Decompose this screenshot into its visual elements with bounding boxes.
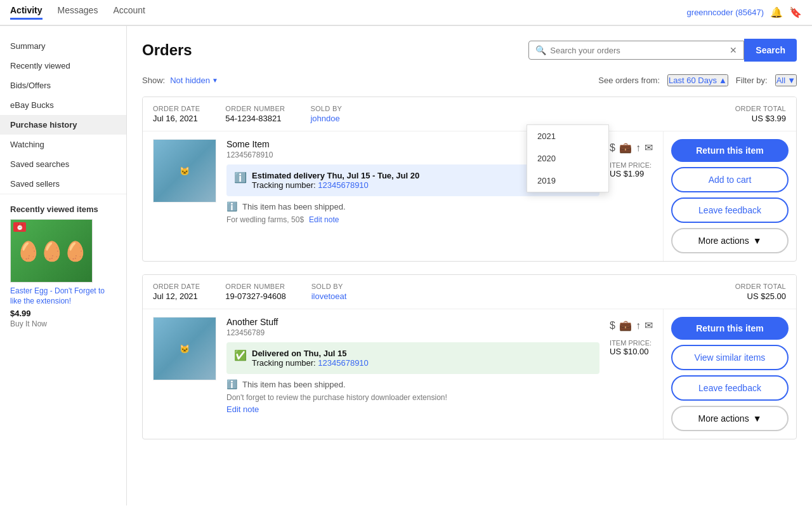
clock-icon: ⏰: [16, 224, 23, 231]
info-icon-2: ℹ️: [226, 379, 237, 389]
search-button[interactable]: Search: [744, 39, 797, 62]
add-to-cart-button-1[interactable]: Add to cart: [671, 167, 789, 192]
cat-visual-2: 🐱: [154, 318, 216, 380]
actions-panel-2: Return this item View similar items Leav…: [663, 309, 796, 439]
order-body-2: 🐱 Another Stuff 123456789 ✅ Delivered on…: [143, 309, 796, 439]
order-total-value-1: US $3.99: [752, 114, 786, 123]
nav-links: Activity Messages Account: [10, 5, 145, 20]
more-actions-button-1[interactable]: More actions ▼: [671, 228, 789, 253]
order-total-value-2: US $25.00: [747, 291, 786, 301]
tracking-link-1[interactable]: 12345678910: [318, 180, 369, 190]
order-total-label-1: ORDER TOTAL: [735, 105, 786, 112]
order-meta-2: ORDER DATE Jul 12, 2021 ORDER NUMBER 19-…: [143, 275, 796, 309]
more-actions-button-2[interactable]: More actions ▼: [671, 406, 789, 431]
show-filter-arrow: ▼: [212, 77, 218, 84]
filters-row: Show: Not hidden ▼ See orders from: Last…: [142, 74, 797, 86]
rv-item-price: $4.99: [10, 309, 116, 318]
recently-viewed-title: Recently viewed items: [10, 204, 116, 214]
order-total-label-2: ORDER TOTAL: [735, 283, 786, 290]
order-number-value-1: 54-1234-83821: [225, 114, 285, 123]
more-actions-arrow-1: ▼: [753, 236, 762, 246]
sidebar-item-saved-sellers[interactable]: Saved sellers: [0, 174, 126, 194]
show-filter-select[interactable]: Not hidden ▼: [170, 76, 218, 85]
mail-icon-1: ✉: [645, 142, 653, 154]
date-filter-arrow: ▲: [719, 76, 727, 85]
view-similar-button-2[interactable]: View similar items: [671, 345, 789, 370]
sidebar-item-ebay-bucks[interactable]: eBay Bucks: [0, 95, 126, 115]
return-item-button-2[interactable]: Return this item: [671, 317, 789, 340]
top-nav-right: greenncoder (85647) 🔔 🔖: [687, 6, 802, 18]
return-item-button-1[interactable]: Return this item: [671, 139, 789, 162]
search-clear-icon[interactable]: ✕: [730, 45, 737, 55]
show-filter-value: Not hidden: [170, 76, 210, 85]
search-icon: 🔍: [535, 45, 546, 55]
sidebar-item-saved-searches[interactable]: Saved searches: [0, 154, 126, 174]
dropdown-item-2021[interactable]: 2021: [527, 125, 608, 147]
sidebar-item-watching[interactable]: Watching: [0, 135, 126, 154]
item-right-1: $ 💼 ↑ ✉ ITEM PRICE: US $1.99: [610, 139, 653, 253]
sidebar: Summary Recently viewed Bids/Offers eBay…: [0, 26, 127, 505]
check-icon-2: ✅: [234, 349, 247, 361]
note-text-2: Don't forget to review the purchase hist…: [226, 393, 447, 402]
tracking-link-2[interactable]: 12345678910: [318, 358, 369, 368]
order-date-group-2: ORDER DATE Jul 12, 2021: [153, 283, 200, 301]
user-link[interactable]: greenncoder (85647): [687, 8, 764, 17]
date-filter-select[interactable]: Last 60 Days ▲: [667, 74, 728, 86]
mail-icon-2: ✉: [645, 319, 653, 331]
filter-all-arrow: ▼: [787, 76, 796, 85]
sidebar-item-purchase-history[interactable]: Purchase history: [0, 115, 126, 135]
edit-note-area-2: Edit note: [226, 404, 599, 414]
sold-by-value-1[interactable]: johndoe: [310, 114, 342, 123]
date-dropdown-menu: 2021 2020 2019: [527, 124, 609, 192]
delivered-box-2: ✅ Delivered on Thu, Jul 15 Tracking numb…: [226, 342, 599, 374]
order-note-1: For wedling farms, 50$ Edit note: [226, 215, 599, 224]
edit-note-link-2[interactable]: Edit note: [226, 404, 259, 414]
share-icon-1: ↑: [636, 142, 641, 154]
filter-all-value: All: [776, 76, 785, 85]
sidebar-item-recently-viewed[interactable]: Recently viewed: [0, 56, 126, 76]
dropdown-item-2020[interactable]: 2020: [527, 147, 608, 170]
search-bar: 🔍 ✕: [528, 41, 744, 60]
order-number-label-2: ORDER NUMBER: [225, 283, 285, 290]
dollar-icon-2: $: [610, 320, 615, 331]
tracking-info-2: Tracking number: 12345678910: [252, 358, 369, 368]
sidebar-item-bids[interactable]: Bids/Offers: [0, 76, 126, 95]
order-date-label-1: ORDER DATE: [153, 105, 200, 112]
bookmark-icon[interactable]: 🔖: [789, 6, 802, 18]
order-number-value-2: 19-07327-94608: [225, 291, 285, 301]
leave-feedback-button-1[interactable]: Leave feedback: [671, 197, 789, 223]
search-input[interactable]: [550, 46, 730, 55]
page-title: Orders: [142, 41, 192, 59]
filter-all-select[interactable]: All ▼: [775, 74, 797, 86]
sidebar-item-summary[interactable]: Summary: [0, 36, 126, 56]
item-name-2: Another Stuff: [226, 317, 599, 327]
order-meta-1: ORDER DATE Jul 16, 2021 ORDER NUMBER 54-…: [143, 97, 796, 131]
rv-item-name[interactable]: Easter Egg - Don't Forget to like the ex…: [10, 286, 116, 306]
sold-by-value-2[interactable]: ilovetoeat: [311, 291, 347, 301]
dollar-icon-1: $: [610, 142, 615, 154]
more-actions-label-2: More actions: [698, 413, 749, 424]
leave-feedback-button-2[interactable]: Leave feedback: [671, 375, 789, 401]
recently-viewed-section: Recently viewed items 🥚🥚🥚 ⏰ Easter Egg -…: [0, 194, 126, 338]
dropdown-item-2019[interactable]: 2019: [527, 170, 608, 192]
order-body-1: 🐱 Some Item 12345678910 ℹ️ Estimated del…: [143, 131, 796, 261]
orders-header: Orders 🔍 ✕ Search: [142, 39, 797, 62]
item-image-1: 🐱: [153, 139, 216, 203]
nav-messages[interactable]: Messages: [58, 5, 98, 20]
sold-by-label-2: SOLD BY: [311, 283, 347, 290]
order-number-group-1: ORDER NUMBER 54-1234-83821: [225, 105, 285, 123]
delivered-title-2: Delivered on Thu, Jul 15: [252, 349, 369, 358]
rv-badge: ⏰: [13, 222, 26, 232]
nav-account[interactable]: Account: [113, 5, 145, 20]
delivery-title-1: Estimated delivery Thu, Jul 15 - Tue, Ju…: [252, 171, 419, 180]
rv-item-image: 🥚🥚🥚 ⏰: [10, 219, 93, 283]
rv-buy-now: Buy It Now: [10, 319, 116, 328]
notification-icon[interactable]: 🔔: [770, 6, 783, 18]
edit-note-link-1[interactable]: Edit note: [309, 215, 339, 224]
sold-by-label-1: SOLD BY: [310, 105, 342, 112]
sold-by-group-1: SOLD BY johndoe: [310, 105, 342, 123]
main-layout: Summary Recently viewed Bids/Offers eBay…: [0, 26, 812, 505]
nav-activity[interactable]: Activity: [10, 5, 43, 20]
info-icon-1: ℹ️: [226, 201, 237, 211]
show-label: Show:: [142, 76, 165, 85]
